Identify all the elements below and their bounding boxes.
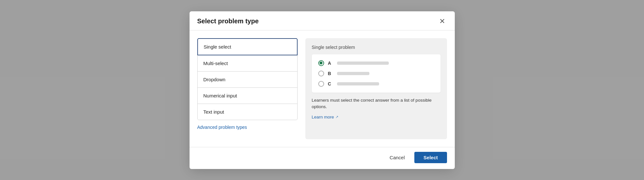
problem-item-multi-select[interactable]: Multi-select bbox=[197, 55, 298, 72]
preview-option-b: B bbox=[318, 71, 434, 76]
advanced-problem-types-link[interactable]: Advanced problem types bbox=[197, 125, 298, 130]
problem-item-single-select[interactable]: Single select bbox=[197, 38, 298, 55]
radio-circle-c bbox=[318, 81, 324, 87]
cancel-button[interactable]: Cancel bbox=[383, 152, 411, 163]
option-label-c: C bbox=[328, 81, 333, 86]
preview-panel: Single select problem A B bbox=[305, 38, 447, 139]
modal-body: Single select Multi-select Dropdown Nume… bbox=[190, 30, 455, 147]
modal-header: Select problem type ✕ bbox=[190, 11, 455, 30]
close-button[interactable]: ✕ bbox=[437, 17, 447, 26]
modal-title: Select problem type bbox=[197, 17, 259, 25]
option-bar-c bbox=[337, 82, 379, 85]
select-button[interactable]: Select bbox=[414, 152, 447, 163]
radio-circle-b bbox=[318, 71, 324, 76]
modal-overlay: Select problem type ✕ Single select Mult… bbox=[0, 0, 644, 180]
preview-option-a: A bbox=[318, 60, 434, 66]
preview-option-c: C bbox=[318, 81, 434, 87]
radio-circle-a bbox=[318, 60, 324, 66]
option-label-b: B bbox=[328, 71, 333, 76]
preview-description: Learners must select the correct answer … bbox=[312, 97, 441, 110]
learn-more-link[interactable]: Learn more ↗ bbox=[312, 115, 441, 119]
modal: Select problem type ✕ Single select Mult… bbox=[190, 11, 455, 169]
external-link-icon: ↗ bbox=[335, 115, 338, 119]
preview-card: A B C bbox=[312, 54, 441, 93]
option-bar-a bbox=[337, 62, 389, 65]
problem-item-numerical-input[interactable]: Numerical input bbox=[197, 87, 298, 104]
problem-item-text-input[interactable]: Text input bbox=[197, 104, 298, 120]
problem-item-dropdown[interactable]: Dropdown bbox=[197, 71, 298, 88]
problem-list: Single select Multi-select Dropdown Nume… bbox=[197, 38, 298, 139]
option-bar-b bbox=[337, 72, 369, 75]
preview-label: Single select problem bbox=[312, 45, 441, 50]
modal-footer: Cancel Select bbox=[190, 147, 455, 169]
option-label-a: A bbox=[328, 61, 333, 66]
